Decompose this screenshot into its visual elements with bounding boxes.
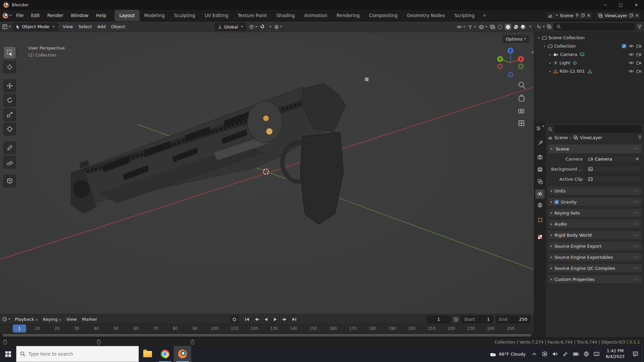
- taskbar-clock[interactable]: 1:42 PM 6/4/2023: [602, 346, 629, 362]
- jump-to-end-button[interactable]: [290, 316, 299, 323]
- pivot-point-icon[interactable]: [249, 24, 257, 29]
- new-scene-icon[interactable]: [581, 13, 585, 17]
- shading-rendered-icon[interactable]: [521, 25, 525, 29]
- expand-arrow-icon[interactable]: ▸: [548, 53, 552, 56]
- record-button[interactable]: [230, 316, 239, 323]
- action-center-button[interactable]: [629, 346, 642, 362]
- scene-panel-header[interactable]: ▾ Scene ∷∷: [548, 144, 642, 153]
- close-button[interactable]: ✕: [629, 0, 644, 10]
- collapse-arrow-icon[interactable]: ▾: [543, 45, 546, 48]
- annotate-tool[interactable]: [3, 141, 16, 154]
- outliner-item-rsh-12-001[interactable]: ▸RSh-12.001: [534, 67, 644, 75]
- drag-grip-icon[interactable]: ∷∷: [634, 189, 639, 193]
- timeline-editor-icon[interactable]: [2, 317, 10, 321]
- shading-solid-icon[interactable]: [506, 25, 510, 29]
- outliner-item-scene-collection[interactable]: ▾Scene Collection: [534, 34, 644, 42]
- section-keying-sets[interactable]: ▸Keying Sets∷∷: [548, 209, 642, 217]
- render-visibility-icon[interactable]: [636, 53, 641, 56]
- measure-tool[interactable]: [3, 156, 16, 169]
- scene-browse-icon[interactable]: [548, 13, 552, 18]
- orientation-selector[interactable]: Global: [215, 23, 246, 31]
- eye-icon[interactable]: [629, 69, 634, 73]
- next-keyframe-button[interactable]: [280, 316, 289, 323]
- light-object-handle[interactable]: [365, 77, 369, 81]
- workspace-tab-texture-paint[interactable]: Texture Paint: [233, 10, 272, 21]
- zoom-view-icon[interactable]: [519, 82, 525, 89]
- scale-tool[interactable]: [3, 108, 16, 121]
- eye-icon[interactable]: [629, 61, 634, 65]
- breadcrumb-scene[interactable]: Scene: [554, 135, 568, 140]
- timeline-menu-marker[interactable]: Marker: [79, 317, 100, 322]
- viewport-menu-object[interactable]: Object: [108, 24, 128, 29]
- drag-grip-icon[interactable]: ∷∷: [634, 211, 639, 215]
- drag-grip-icon[interactable]: ∷∷: [634, 200, 639, 204]
- tray-keyboard-icon[interactable]: [591, 346, 602, 362]
- jump-to-start-button[interactable]: [243, 316, 252, 323]
- pin-icon[interactable]: [575, 13, 579, 18]
- show-gizmo-icon[interactable]: [457, 25, 465, 29]
- play-reverse-button[interactable]: [262, 316, 270, 323]
- drag-grip-icon[interactable]: ∷∷: [634, 255, 639, 259]
- snap-magnet-icon[interactable]: [260, 23, 266, 30]
- timeline-menu-keying[interactable]: Keying: [40, 317, 64, 322]
- workspace-tab-scripting[interactable]: Scripting: [450, 10, 479, 21]
- section-source-engine-qc-compiles[interactable]: ▸Source Engine QC Compiles∷∷: [548, 264, 642, 272]
- expand-arrow-icon[interactable]: ▸: [551, 189, 554, 192]
- gizmo-x-neg[interactable]: [498, 64, 502, 69]
- frame-end-field[interactable]: End250: [496, 316, 531, 323]
- timeline-menu-view[interactable]: View: [64, 317, 79, 322]
- expand-arrow-icon[interactable]: ▸: [551, 278, 554, 281]
- eye-icon[interactable]: [629, 53, 634, 56]
- menu-edit[interactable]: Edit: [28, 13, 44, 18]
- shading-wireframe-icon[interactable]: [498, 25, 502, 29]
- camera-view-icon[interactable]: [519, 109, 524, 113]
- field-active-clip[interactable]: [586, 175, 642, 183]
- taskbar-file-explorer[interactable]: [139, 346, 156, 362]
- selectable-checkbox[interactable]: [622, 44, 626, 48]
- expand-arrow-icon[interactable]: ▸: [551, 266, 554, 270]
- menu-help[interactable]: Help: [92, 13, 110, 18]
- drag-grip-icon[interactable]: ∷∷: [634, 266, 639, 270]
- viewport-3d[interactable]: Object Mode ViewSelectAddObject Global: [0, 21, 534, 314]
- tab-scene-properties[interactable]: [534, 190, 546, 195]
- section-source-engine-export[interactable]: ▸Source Engine Export∷∷: [548, 242, 642, 250]
- shading-dropdown-icon[interactable]: [529, 26, 531, 27]
- pin-id-icon[interactable]: [638, 135, 642, 140]
- outliner-search-input[interactable]: [554, 23, 635, 31]
- minimize-button[interactable]: ─: [598, 0, 613, 10]
- workspace-tab-rendering[interactable]: Rendering: [332, 10, 364, 21]
- tab-object-properties[interactable]: [534, 218, 546, 223]
- expand-arrow-icon[interactable]: ▸: [551, 233, 554, 237]
- workspace-tab-uv-editing[interactable]: UV Editing: [200, 10, 233, 21]
- expand-arrow-icon[interactable]: ▸: [548, 61, 552, 65]
- drag-grip-icon[interactable]: ∷∷: [634, 277, 639, 282]
- taskbar-weather[interactable]: 66°F Cloudy: [485, 346, 529, 362]
- workspace-tab-sculpting[interactable]: Sculpting: [169, 10, 200, 21]
- section-custom-properties[interactable]: ▸Custom Properties∷∷: [548, 275, 642, 283]
- menu-render[interactable]: Render: [44, 13, 67, 18]
- collapse-arrow-icon[interactable]: ▾: [537, 36, 540, 40]
- unlink-scene-icon[interactable]: [587, 14, 590, 17]
- workspace-add-button[interactable]: +: [479, 10, 490, 21]
- snap-dropdown-icon[interactable]: [269, 26, 271, 27]
- tray-pen-icon[interactable]: [560, 346, 571, 362]
- timeline-menu-playback[interactable]: Playback: [12, 317, 40, 322]
- properties-search-input[interactable]: [554, 125, 642, 133]
- render-visibility-icon[interactable]: [636, 61, 641, 65]
- tray-battery-icon[interactable]: [571, 346, 581, 362]
- outliner-display-mode-icon[interactable]: [547, 24, 551, 29]
- gizmo-y-neg[interactable]: [519, 64, 523, 69]
- menu-window[interactable]: Window: [67, 13, 92, 18]
- workspace-tab-modeling[interactable]: Modeling: [140, 10, 169, 21]
- tab-render-properties[interactable]: [534, 155, 546, 160]
- sidebar-collapse-icon[interactable]: <: [531, 50, 534, 55]
- tray-app-icon[interactable]: [539, 346, 550, 362]
- tab-output-properties[interactable]: [534, 167, 546, 172]
- expand-arrow-icon[interactable]: ▸: [548, 70, 552, 73]
- viewport-menu-view[interactable]: View: [60, 24, 76, 29]
- tray-network-icon[interactable]: [581, 346, 591, 362]
- drag-grip-icon[interactable]: ∷∷: [634, 233, 639, 237]
- expand-arrow-icon[interactable]: ▸: [551, 200, 554, 203]
- gun-model[interactable]: [71, 83, 345, 224]
- section-units[interactable]: ▸Units∷∷: [548, 187, 642, 195]
